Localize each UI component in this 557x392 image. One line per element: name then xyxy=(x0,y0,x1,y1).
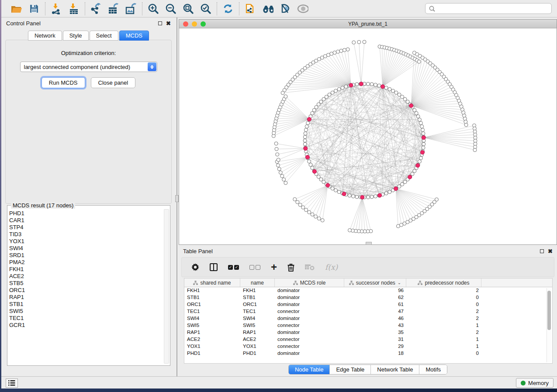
select-all-icon[interactable]: ✓✓ xyxy=(228,265,239,270)
table-cell[interactable]: ACE2 xyxy=(184,336,240,343)
ring-node[interactable] xyxy=(418,118,421,121)
refresh-icon[interactable] xyxy=(222,3,234,14)
leaf-node[interactable] xyxy=(275,147,278,151)
ring-node[interactable] xyxy=(422,146,425,149)
float-panel-icon[interactable] xyxy=(158,21,162,25)
splitter-handle[interactable] xyxy=(175,195,179,202)
ring-node[interactable] xyxy=(418,160,421,163)
ring-node[interactable] xyxy=(421,128,425,132)
close-panel-icon[interactable]: ✖ xyxy=(166,21,171,25)
tab-motifs[interactable]: Motifs xyxy=(419,365,447,374)
ring-node[interactable] xyxy=(337,87,341,91)
mcds-hub-node[interactable] xyxy=(421,151,425,155)
ring-node[interactable] xyxy=(377,84,381,87)
ring-node[interactable] xyxy=(416,115,420,118)
network-file-icon[interactable] xyxy=(245,3,256,14)
split-columns-icon[interactable] xyxy=(210,263,218,271)
ring-node[interactable] xyxy=(422,132,425,135)
table-row[interactable]: TEC1TEC1connector472 xyxy=(184,308,552,315)
memory-button[interactable]: Memory xyxy=(516,378,554,388)
ring-node[interactable] xyxy=(370,195,374,199)
ring-node[interactable] xyxy=(388,190,391,194)
ring-node[interactable] xyxy=(348,194,351,197)
ring-node[interactable] xyxy=(388,87,391,91)
mcds-result-item[interactable]: SWI4 xyxy=(9,245,163,252)
zoom-selected-icon[interactable] xyxy=(200,3,211,14)
table-cell[interactable]: PHD1 xyxy=(240,350,275,357)
ring-node[interactable] xyxy=(367,196,370,199)
mcds-hub-node[interactable] xyxy=(360,195,364,199)
ring-node[interactable] xyxy=(384,86,388,89)
table-cell[interactable]: SWI5 xyxy=(184,322,240,329)
leaf-node[interactable] xyxy=(280,174,284,178)
mcds-result-item[interactable]: PHD1 xyxy=(9,210,163,217)
close-table-panel-icon[interactable]: ✖ xyxy=(548,249,553,253)
network-graph[interactable] xyxy=(179,28,557,244)
ring-node[interactable] xyxy=(355,195,359,199)
table-row[interactable]: YOX1YOX1connector291 xyxy=(184,343,552,350)
ring-node[interactable] xyxy=(341,86,344,89)
leaf-node[interactable] xyxy=(304,208,308,212)
column-header-name[interactable]: name xyxy=(240,279,275,287)
table-cell[interactable]: connector xyxy=(275,322,344,329)
table-cell[interactable]: 2 xyxy=(406,308,481,315)
mcds-result-item[interactable]: TID3 xyxy=(9,231,163,238)
table-cell[interactable]: dominator xyxy=(275,294,344,301)
mcds-hub-node[interactable] xyxy=(342,192,346,196)
export-network-icon[interactable] xyxy=(90,3,102,14)
float-table-panel-icon[interactable] xyxy=(540,249,544,253)
column-header-successor-nodes[interactable]: successor nodes⌄ xyxy=(344,279,406,287)
table-scrollbar[interactable] xyxy=(547,288,551,362)
ring-node[interactable] xyxy=(352,195,355,198)
leaf-node[interactable] xyxy=(282,178,286,181)
leaf-node[interactable] xyxy=(339,49,343,52)
network-canvas[interactable] xyxy=(179,28,557,244)
ring-node[interactable] xyxy=(334,89,337,93)
leaf-node[interactable] xyxy=(279,171,282,174)
ring-node[interactable] xyxy=(344,85,348,88)
mcds-hub-node[interactable] xyxy=(307,117,311,121)
table-row[interactable]: SWI5SWI5connector431 xyxy=(184,322,552,329)
table-cell[interactable]: FKH1 xyxy=(240,287,275,294)
table-cell[interactable]: dominator xyxy=(275,350,344,357)
panel-splitter[interactable] xyxy=(175,17,179,376)
table-cell[interactable]: 43 xyxy=(344,322,406,329)
task-list-button[interactable] xyxy=(6,378,18,388)
leaf-node[interactable] xyxy=(277,158,280,162)
ring-node[interactable] xyxy=(334,189,337,192)
leaf-node[interactable] xyxy=(333,51,336,55)
mcds-hub-node[interactable] xyxy=(378,193,382,197)
mcds-result-item[interactable]: STB5 xyxy=(9,280,163,287)
ring-node[interactable] xyxy=(374,83,377,86)
close-panel-button[interactable]: Close panel xyxy=(91,77,136,88)
optimization-criterion-select[interactable]: largest connected component (undirected) xyxy=(20,62,157,72)
table-row[interactable]: ACE2ACE2connector311 xyxy=(184,336,552,343)
unselect-all-icon[interactable] xyxy=(249,265,260,270)
mcds-result-item[interactable]: RAP1 xyxy=(9,294,163,301)
table-cell[interactable]: SWI4 xyxy=(240,315,275,322)
tab-mcds[interactable]: MCDS xyxy=(119,31,149,41)
table-cell[interactable]: RAP1 xyxy=(184,329,240,336)
mcds-hub-node[interactable] xyxy=(305,155,309,159)
column-header-shared-name[interactable]: shared name xyxy=(184,279,240,287)
mcds-result-item[interactable]: SWI5 xyxy=(9,308,163,315)
leaf-node[interactable] xyxy=(417,60,421,63)
export-image-icon[interactable] xyxy=(125,3,137,14)
table-cell[interactable]: FKH1 xyxy=(184,287,240,294)
table-cell[interactable]: connector xyxy=(275,343,344,350)
ring-node[interactable] xyxy=(398,93,401,96)
leaf-node[interactable] xyxy=(314,215,318,218)
leaf-node[interactable] xyxy=(293,197,297,201)
table-cell[interactable]: dominator xyxy=(275,329,344,336)
table-cell[interactable]: SWI4 xyxy=(184,315,240,322)
table-cell[interactable]: 0 xyxy=(406,350,481,357)
table-cell[interactable]: dominator xyxy=(275,287,344,294)
network-view-titlebar[interactable]: YPA_prune.txt_1 xyxy=(179,20,557,28)
tab-edge-table[interactable]: Edge Table xyxy=(330,365,371,374)
table-cell[interactable]: 61 xyxy=(344,301,406,308)
ring-node[interactable] xyxy=(420,125,424,128)
tab-select[interactable]: Select xyxy=(90,31,118,41)
leaf-node[interactable] xyxy=(308,210,311,214)
leaf-node[interactable] xyxy=(330,52,333,55)
mcds-hub-node[interactable] xyxy=(394,187,398,191)
